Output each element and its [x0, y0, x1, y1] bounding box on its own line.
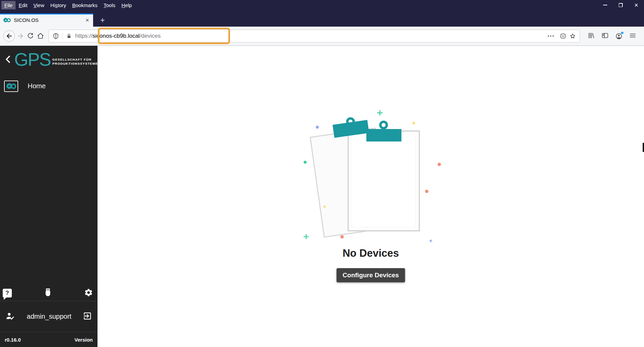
restore-button[interactable]	[613, 0, 628, 10]
menu-view[interactable]: View	[30, 1, 47, 9]
confetti-plus-icon	[304, 234, 309, 239]
content: GPS GESELLSCHAFT FÜR PRODUKTIONSSYSTEME …	[0, 46, 644, 347]
url-text[interactable]: https://siconos-cb9b.local/devices	[75, 33, 544, 39]
url-bar[interactable]: https://siconos-cb9b.local/devices	[49, 30, 580, 42]
main-content: No Devices Configure Devices	[97, 46, 644, 347]
sidebar-user-row: admin_support	[0, 301, 97, 332]
urlbar-divider	[62, 33, 63, 39]
sidebar-footer-icons: ?	[0, 285, 97, 301]
menu-history[interactable]: History	[47, 1, 69, 9]
scrollbar-thumb[interactable]	[643, 143, 644, 152]
browser-window: File Edit View History Bookmarks Tools H…	[0, 0, 644, 347]
logout-icon	[83, 311, 92, 321]
confetti-star-icon	[428, 238, 433, 243]
sidebar-item-label: Home	[28, 82, 46, 90]
forward-button[interactable]	[17, 32, 24, 40]
minimize-button[interactable]	[597, 0, 613, 10]
tab-close-icon[interactable]: ×	[85, 17, 90, 23]
settings-gear-icon	[84, 288, 93, 297]
close-button[interactable]: ×	[628, 0, 644, 10]
lock-icon	[66, 33, 72, 39]
tab-title: SICON.OS	[14, 17, 85, 23]
minimize-icon	[603, 5, 607, 5]
close-icon: ×	[634, 2, 638, 8]
logout-button[interactable]	[83, 311, 92, 322]
version-value: r0.16.0	[5, 337, 21, 343]
shield-icon[interactable]	[52, 33, 59, 40]
menu-help[interactable]: Help	[118, 1, 135, 9]
reload-icon	[26, 32, 34, 40]
home-icon	[36, 32, 45, 40]
forward-icon	[17, 32, 24, 40]
username-label: admin_support	[16, 313, 83, 320]
confetti-star-icon	[411, 121, 416, 126]
siconos-logo-icon	[6, 83, 16, 89]
confetti-plus-icon	[377, 110, 383, 116]
sidebar-collapse-button[interactable]	[4, 55, 11, 64]
sidebars-button[interactable]	[601, 32, 609, 41]
usb-button[interactable]	[43, 287, 53, 299]
confetti-dot-icon	[316, 126, 319, 129]
pocket-icon	[560, 33, 566, 39]
confetti-dot-icon	[304, 161, 307, 164]
usb-icon	[43, 287, 53, 297]
account-notification-dot	[621, 32, 623, 34]
sidebar-item-home[interactable]: Home	[0, 78, 97, 94]
menubar: File Edit View History Bookmarks Tools H…	[0, 0, 135, 10]
home-button[interactable]	[36, 32, 45, 40]
gps-logo-subtitle: GESELLSCHAFT FÜR PRODUKTIONSSYSTEME	[52, 58, 97, 66]
gps-logo: GPS	[14, 51, 51, 68]
clipboard-ring-icon	[379, 121, 388, 129]
tab-bar: SICON.OS × +	[0, 10, 644, 27]
pocket-button[interactable]	[560, 33, 566, 39]
help-icon: ?	[3, 289, 12, 297]
tab-siconos[interactable]: SICON.OS ×	[0, 13, 93, 27]
page-actions-icon[interactable]	[548, 35, 554, 37]
reload-button[interactable]	[26, 32, 34, 40]
back-button[interactable]	[3, 30, 15, 42]
menu-bookmarks[interactable]: Bookmarks	[69, 1, 101, 9]
restore-icon	[619, 3, 623, 7]
sidebar-logo-row: GPS GESELLSCHAFT FÜR PRODUKTIONSSYSTEME	[4, 51, 97, 68]
clipboard-front	[347, 130, 420, 231]
siconos-favicon-icon	[3, 18, 11, 22]
library-button[interactable]	[587, 32, 595, 41]
help-button[interactable]: ?	[3, 289, 12, 297]
empty-state-title: No Devices	[97, 247, 644, 259]
toolbar-right-icons	[582, 32, 641, 41]
user-check-icon	[5, 312, 16, 322]
confetti-dot-icon	[425, 190, 428, 193]
navigation-toolbar: https://siconos-cb9b.local/devices	[0, 27, 644, 46]
version-label: Version	[75, 337, 93, 343]
menu-edit[interactable]: Edit	[16, 1, 30, 9]
confetti-dot-icon	[438, 163, 441, 166]
sidebars-icon	[601, 32, 609, 39]
settings-button[interactable]	[84, 288, 93, 298]
app-menu-button[interactable]	[629, 32, 637, 41]
bookmark-star-icon	[569, 33, 576, 40]
chevron-left-icon	[4, 55, 11, 64]
confetti-dot-icon	[340, 235, 344, 239]
menu-tools[interactable]: Tools	[101, 1, 118, 9]
clipboard-clip-icon	[366, 129, 401, 141]
sidebar-version-row: r0.16.0 Version	[0, 332, 97, 347]
sidebar: GPS GESELLSCHAFT FÜR PRODUKTIONSSYSTEME …	[0, 46, 97, 347]
home-nav-iconbox	[4, 81, 18, 92]
configure-devices-button[interactable]: Configure Devices	[337, 268, 405, 282]
no-devices-illustration	[304, 108, 445, 250]
new-tab-button[interactable]: +	[97, 15, 108, 26]
library-icon	[587, 32, 595, 39]
account-button[interactable]	[615, 32, 623, 40]
menu-file[interactable]: File	[1, 1, 16, 9]
window-titlebar: File Edit View History Bookmarks Tools H…	[0, 0, 644, 10]
back-icon	[5, 32, 13, 40]
bookmark-button[interactable]	[569, 33, 576, 40]
menu-icon	[629, 32, 637, 39]
window-controls: ×	[597, 0, 644, 10]
